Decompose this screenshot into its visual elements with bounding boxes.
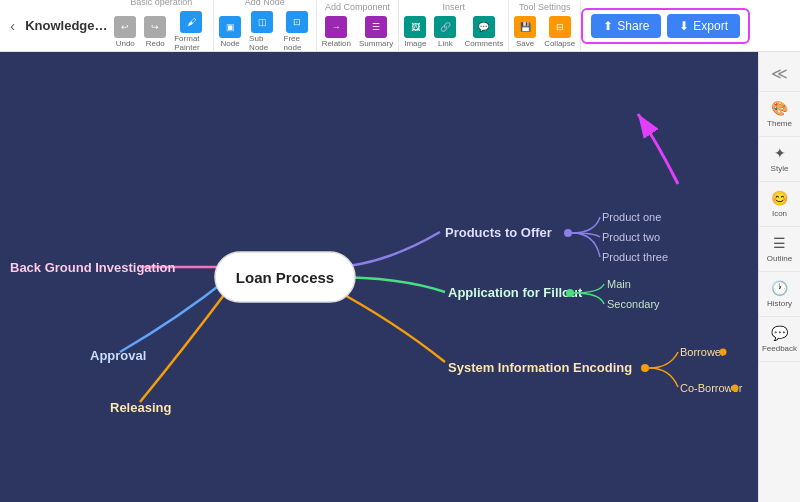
add-node-label: Add Node [245, 0, 285, 7]
share-label: Share [617, 19, 649, 33]
export-label: Export [693, 19, 728, 33]
undo-label: Undo [116, 39, 135, 48]
tool-settings-group: Tool Settings 💾 Save ⊟ Collapse [509, 0, 581, 52]
svg-text:Releasing: Releasing [110, 400, 171, 415]
outline-label: Outline [767, 254, 792, 263]
sidebar-style-button[interactable]: ✦ Style [759, 137, 800, 182]
svg-text:Product three: Product three [602, 251, 668, 263]
summary-button[interactable]: ☰ Summary [356, 14, 396, 50]
export-button[interactable]: ⬇ Export [667, 14, 740, 38]
sub-node-icon: ◫ [251, 11, 273, 33]
redo-label: Redo [146, 39, 165, 48]
icon-icon: 😊 [771, 190, 788, 206]
main-area: Products to Offer Product one Product tw… [0, 52, 800, 502]
insert-label: Insert [442, 2, 465, 12]
sidebar-outline-button[interactable]: ☰ Outline [759, 227, 800, 272]
svg-text:Product one: Product one [602, 211, 661, 223]
sub-node-label: Sub Node [249, 34, 275, 52]
chevrons-left-icon: ≪ [771, 64, 788, 83]
add-node-group: Add Node ▣ Node ◫ Sub Node ⊡ Free node [214, 0, 317, 52]
svg-text:Back Ground Investigation: Back Ground Investigation [10, 260, 175, 275]
image-label: Image [404, 39, 426, 48]
image-icon: 🖼 [404, 16, 426, 38]
style-icon: ✦ [774, 145, 786, 161]
sidebar-feedback-button[interactable]: 💬 Feedback [759, 317, 800, 362]
toolbar: ‹ Knowledge Ma… Basic operation ↩ Undo ↪… [0, 0, 800, 52]
relation-icon: → [325, 16, 347, 38]
sidebar-theme-button[interactable]: 🎨 Theme [759, 92, 800, 137]
relation-label: Relation [322, 39, 351, 48]
sidebar-icon-button[interactable]: 😊 Icon [759, 182, 800, 227]
theme-icon: 🎨 [771, 100, 788, 116]
format-painter-label: Format Painter [174, 34, 208, 52]
history-icon: 🕐 [771, 280, 788, 296]
link-label: Link [438, 39, 453, 48]
free-node-label: Free node [284, 34, 311, 52]
svg-rect-0 [0, 52, 758, 502]
image-button[interactable]: 🖼 Image [401, 14, 429, 50]
sub-node-button[interactable]: ◫ Sub Node [246, 9, 278, 54]
svg-point-7 [566, 289, 574, 297]
free-node-icon: ⊡ [286, 11, 308, 33]
save-icon: 💾 [514, 16, 536, 38]
export-icon: ⬇ [679, 19, 689, 33]
history-label: History [767, 299, 792, 308]
svg-point-15 [732, 385, 739, 392]
svg-text:Approval: Approval [90, 348, 146, 363]
redo-button[interactable]: ↪ Redo [141, 14, 169, 50]
collapse-icon: ⊟ [549, 16, 571, 38]
svg-text:Products to Offer: Products to Offer [445, 225, 552, 240]
node-label: Node [221, 39, 240, 48]
svg-point-11 [641, 364, 649, 372]
basic-operation-label: Basic operation [130, 0, 192, 7]
svg-text:Secondary: Secondary [607, 298, 660, 310]
comments-icon: 💬 [473, 16, 495, 38]
add-component-group: Add Component → Relation ☰ Summary [317, 0, 400, 52]
undo-button[interactable]: ↩ Undo [111, 14, 139, 50]
summary-label: Summary [359, 39, 393, 48]
sidebar-collapse-button[interactable]: ≪ [759, 56, 800, 92]
sidebar-history-button[interactable]: 🕐 History [759, 272, 800, 317]
svg-point-2 [564, 229, 572, 237]
node-icon: ▣ [219, 16, 241, 38]
basic-operation-group: Basic operation ↩ Undo ↪ Redo 🖌 Format P… [109, 0, 214, 52]
free-node-button[interactable]: ⊡ Free node [281, 9, 314, 54]
theme-label: Theme [767, 119, 792, 128]
format-painter-button[interactable]: 🖌 Format Painter [171, 9, 211, 54]
svg-text:System Information Encoding: System Information Encoding [448, 360, 632, 375]
insert-group: Insert 🖼 Image 🔗 Link 💬 Comments [399, 0, 509, 52]
feedback-icon: 💬 [771, 325, 788, 341]
document-title: Knowledge Ma… [25, 18, 109, 33]
node-button[interactable]: ▣ Node [216, 14, 244, 50]
save-button[interactable]: 💾 Save [511, 14, 539, 50]
svg-text:Main: Main [607, 278, 631, 290]
redo-icon: ↪ [144, 16, 166, 38]
comments-label: Comments [464, 39, 503, 48]
comments-button[interactable]: 💬 Comments [461, 14, 506, 50]
style-label: Style [771, 164, 789, 173]
back-button[interactable]: ‹ [0, 18, 25, 34]
svg-text:Application for Fillout: Application for Fillout [448, 285, 583, 300]
link-button[interactable]: 🔗 Link [431, 14, 459, 50]
add-component-label: Add Component [325, 2, 390, 12]
svg-text:Product two: Product two [602, 231, 660, 243]
mindmap-canvas[interactable]: Products to Offer Product one Product tw… [0, 52, 758, 502]
collapse-label: Collapse [544, 39, 575, 48]
save-label: Save [516, 39, 534, 48]
undo-icon: ↩ [114, 16, 136, 38]
icon-label: Icon [772, 209, 787, 218]
collapse-button[interactable]: ⊟ Collapse [541, 14, 578, 50]
link-icon: 🔗 [434, 16, 456, 38]
tool-settings-label: Tool Settings [519, 2, 571, 12]
format-painter-icon: 🖌 [180, 11, 202, 33]
svg-point-13 [720, 349, 727, 356]
summary-icon: ☰ [365, 16, 387, 38]
share-button[interactable]: ⬆ Share [591, 14, 661, 38]
relation-button[interactable]: → Relation [319, 14, 354, 50]
outline-icon: ☰ [773, 235, 786, 251]
right-sidebar: ≪ 🎨 Theme ✦ Style 😊 Icon ☰ Outline 🕐 His… [758, 52, 800, 502]
share-icon: ⬆ [603, 19, 613, 33]
feedback-label: Feedback [762, 344, 797, 353]
svg-text:Loan Process: Loan Process [236, 269, 334, 286]
svg-text:Borrower: Borrower [680, 346, 725, 358]
